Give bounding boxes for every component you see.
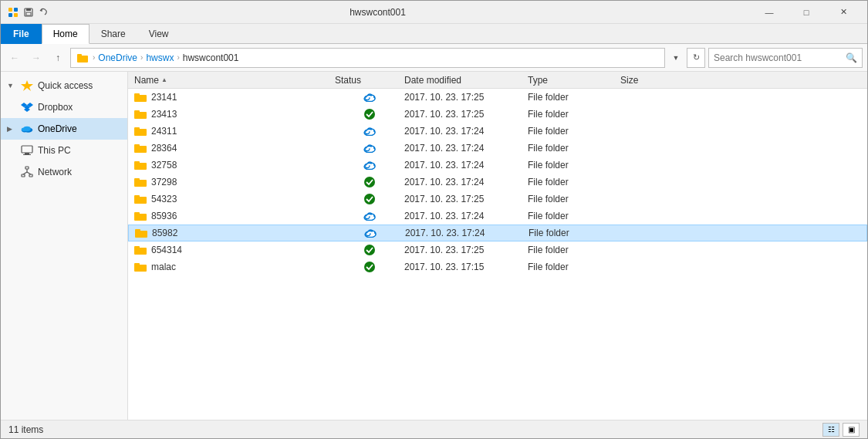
up-button[interactable]: ↑ bbox=[49, 49, 67, 67]
table-row[interactable]: 654314 2017. 10. 23. 17:25 File folder bbox=[128, 241, 867, 258]
svg-rect-38 bbox=[134, 127, 140, 130]
folder-icon bbox=[135, 228, 147, 238]
table-row[interactable]: malac 2017. 10. 23. 17:15 File folder bbox=[128, 258, 867, 275]
breadcrumb-sep-3: › bbox=[177, 53, 179, 62]
breadcrumb-current: hwswcont001 bbox=[183, 52, 239, 63]
column-headers: Name ▲ Status Date modified Type Size bbox=[128, 72, 867, 89]
check-icon bbox=[363, 176, 376, 188]
tab-view[interactable]: View bbox=[137, 24, 181, 44]
svg-point-83 bbox=[364, 262, 375, 272]
col-header-size[interactable]: Size bbox=[620, 75, 682, 86]
search-icon: 🔍 bbox=[846, 52, 857, 63]
sidebar-item-onedrive[interactable]: ▶ OneDrive bbox=[1, 118, 127, 140]
cloud-icon bbox=[363, 127, 376, 136]
table-row[interactable]: 23141 2017. 10. 23. 17:25 File folder bbox=[128, 89, 867, 106]
file-date: 2017. 10. 23. 17:24 bbox=[405, 228, 529, 238]
file-name: malac bbox=[134, 262, 335, 272]
close-button[interactable]: ✕ bbox=[826, 1, 861, 24]
svg-point-17 bbox=[22, 127, 26, 131]
folder-icon bbox=[134, 126, 147, 137]
sidebar-label-onedrive: OneDrive bbox=[38, 123, 77, 134]
file-name: 32758 bbox=[134, 160, 335, 171]
dropdown-button[interactable]: ▼ bbox=[668, 49, 684, 67]
folder-icon bbox=[134, 211, 147, 221]
sidebar-item-network[interactable]: Network bbox=[1, 161, 127, 183]
col-header-name[interactable]: Name ▲ bbox=[134, 75, 335, 86]
check-icon bbox=[363, 108, 376, 120]
file-type: File folder bbox=[528, 262, 620, 272]
table-row[interactable]: 23413 2017. 10. 23. 17:25 File folder bbox=[128, 106, 867, 123]
table-row[interactable]: 85936 2017. 10. 23. 17:24 File folder bbox=[128, 208, 867, 225]
svg-rect-79 bbox=[134, 246, 140, 249]
tab-share[interactable]: Share bbox=[90, 24, 137, 44]
svg-rect-22 bbox=[22, 174, 25, 177]
file-date: 2017. 10. 23. 17:24 bbox=[404, 211, 528, 221]
breadcrumb-hwswx[interactable]: hwswx bbox=[146, 52, 174, 63]
table-row[interactable]: 24311 2017. 10. 23. 17:24 File folder bbox=[128, 123, 867, 140]
file-status bbox=[335, 108, 404, 120]
file-explorer-window: hwswcont001 — □ ✕ File Home Share View ←… bbox=[0, 0, 868, 439]
sidebar-item-dropbox[interactable]: Dropbox bbox=[1, 96, 127, 118]
file-status bbox=[335, 176, 404, 188]
file-date: 2017. 10. 23. 17:24 bbox=[404, 160, 528, 171]
svg-rect-45 bbox=[134, 144, 140, 147]
details-view-button[interactable]: ☷ bbox=[822, 423, 839, 437]
file-name: 85982 bbox=[135, 228, 336, 238]
file-type: File folder bbox=[528, 194, 620, 204]
table-row[interactable]: 85982 2017. 10. 23. 17:24 File folder bbox=[128, 225, 867, 241]
check-icon bbox=[363, 193, 376, 205]
tab-file[interactable]: File bbox=[1, 24, 42, 44]
col-header-date[interactable]: Date modified bbox=[404, 75, 528, 86]
forward-button[interactable]: → bbox=[27, 49, 46, 67]
col-header-status[interactable]: Status bbox=[335, 75, 404, 86]
main-content: ▼ Quick access Dropbox ▶ bbox=[1, 72, 867, 420]
breadcrumb-sep-1: › bbox=[93, 53, 95, 62]
item-count: 11 items bbox=[8, 424, 43, 435]
file-status bbox=[335, 261, 404, 273]
minimize-button[interactable]: — bbox=[751, 1, 787, 24]
col-header-type[interactable]: Type bbox=[528, 75, 620, 86]
table-row[interactable]: 32758 2017. 10. 23. 17:24 File folder bbox=[128, 157, 867, 174]
refresh-button[interactable]: ↻ bbox=[687, 48, 705, 68]
sidebar-label-this-pc: This PC bbox=[38, 145, 71, 156]
svg-rect-52 bbox=[134, 161, 140, 164]
cloud-icon bbox=[364, 228, 377, 238]
nav-folder-icon bbox=[77, 52, 88, 63]
file-date: 2017. 10. 23. 17:25 bbox=[404, 194, 528, 204]
network-icon bbox=[21, 166, 33, 178]
ribbon-tabs: File Home Share View bbox=[1, 24, 867, 44]
sidebar-item-this-pc[interactable]: This PC bbox=[1, 140, 127, 161]
back-button[interactable]: ← bbox=[5, 49, 24, 67]
onedrive-icon bbox=[21, 123, 33, 135]
table-row[interactable]: 37298 2017. 10. 23. 17:24 File folder bbox=[128, 174, 867, 191]
table-row[interactable]: 54323 2017. 10. 23. 17:25 File folder bbox=[128, 191, 867, 208]
sidebar-item-quick-access[interactable]: ▼ Quick access bbox=[1, 75, 127, 96]
search-box[interactable]: 🔍 bbox=[708, 48, 863, 68]
file-status bbox=[335, 144, 404, 153]
file-type: File folder bbox=[528, 160, 620, 171]
breadcrumb-onedrive[interactable]: OneDrive bbox=[98, 52, 137, 63]
file-status bbox=[336, 228, 405, 238]
large-icons-button[interactable]: ▣ bbox=[843, 423, 860, 437]
svg-rect-72 bbox=[135, 229, 140, 232]
folder-icon bbox=[134, 160, 147, 171]
svg-line-26 bbox=[27, 172, 31, 174]
file-type: File folder bbox=[528, 177, 620, 187]
address-bar: ← → ↑ › OneDrive › hwswx › hwswcont001 ▼… bbox=[1, 44, 867, 72]
file-type: File folder bbox=[528, 143, 620, 154]
file-status bbox=[335, 93, 404, 102]
svg-point-60 bbox=[364, 177, 375, 187]
file-date: 2017. 10. 23. 17:25 bbox=[404, 109, 528, 120]
window-title: hwswcont001 bbox=[4, 7, 751, 18]
search-input[interactable] bbox=[714, 52, 846, 63]
table-row[interactable]: 28364 2017. 10. 23. 17:24 File folder bbox=[128, 140, 867, 157]
tab-home[interactable]: Home bbox=[42, 24, 90, 44]
file-status bbox=[335, 127, 404, 136]
expand-arrow-onedrive: ▶ bbox=[7, 125, 16, 133]
maximize-button[interactable]: □ bbox=[789, 1, 824, 24]
svg-point-36 bbox=[364, 109, 375, 120]
address-path[interactable]: › OneDrive › hwswx › hwswcont001 bbox=[70, 48, 665, 68]
file-type: File folder bbox=[529, 228, 621, 238]
title-bar: hwswcont001 — □ ✕ bbox=[1, 1, 867, 24]
file-type: File folder bbox=[528, 92, 620, 103]
